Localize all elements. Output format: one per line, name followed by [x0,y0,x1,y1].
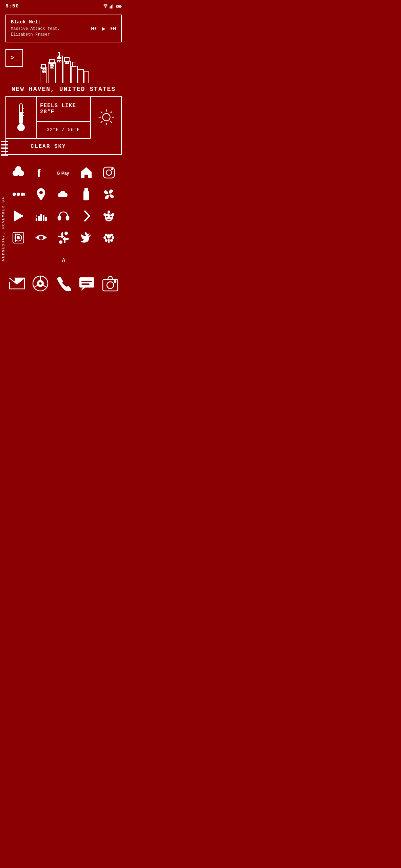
svg-rect-31 [60,61,61,62]
sun-icon-svg [97,108,116,126]
svg-rect-3 [112,4,113,8]
svg-marker-74 [83,211,90,221]
skip-back-button[interactable]: ⏮ [91,25,97,32]
app-lastpass[interactable] [9,187,28,202]
play-button[interactable]: ▶ [102,25,106,32]
wifi-icon [103,4,108,8]
dock-email[interactable] [8,275,26,292]
music-player: Black Melt Massive Attack feat.Elizabeth… [5,15,122,42]
app-gpay[interactable]: G Pay [54,165,73,180]
svg-line-49 [101,121,102,123]
svg-point-96 [103,236,106,239]
svg-rect-27 [53,67,54,68]
svg-point-52 [15,166,21,172]
music-controls[interactable]: ⏮ ▶ ⏭ [91,25,116,32]
svg-rect-36 [20,112,22,125]
svg-rect-66 [36,218,37,221]
app-overcast[interactable] [54,209,73,223]
svg-point-91 [59,240,62,244]
svg-rect-26 [50,67,52,68]
app-reddit[interactable] [99,209,118,223]
svg-rect-108 [79,277,94,288]
sidebar-dash-2 [1,144,8,145]
terminal-icon[interactable]: >_ [5,49,23,67]
app-deezer[interactable] [32,209,51,223]
skip-forward-button[interactable]: ⏭ [110,25,116,32]
status-time: 8:50 [5,3,19,9]
svg-rect-1 [110,6,111,8]
svg-line-47 [110,121,112,123]
app-row-1: f G Pay [3,165,124,180]
app-twitter[interactable] [77,230,96,245]
svg-point-59 [17,193,20,196]
terminal-symbol: >_ [11,55,18,61]
city-name: NEW HAVEN, UNITED STATES [5,86,122,93]
svg-point-76 [108,211,110,213]
svg-rect-61 [24,193,25,196]
svg-rect-21 [44,69,45,70]
svg-point-95 [110,234,113,236]
svg-rect-22 [42,72,43,73]
dock-camera[interactable] [101,275,119,292]
dock-chrome[interactable] [32,275,49,292]
dock-messages[interactable] [78,275,96,292]
svg-rect-73 [66,216,69,220]
svg-rect-23 [44,72,45,73]
app-playstore[interactable] [9,209,28,223]
svg-rect-87 [61,232,63,238]
app-plex[interactable] [77,209,96,223]
svg-marker-65 [14,211,24,221]
svg-text:G Pay: G Pay [57,171,70,176]
svg-point-114 [114,280,116,282]
svg-point-99 [110,239,113,242]
app-cloud[interactable] [54,187,73,202]
svg-marker-109 [81,288,85,291]
svg-rect-69 [43,215,44,221]
app-maps[interactable] [32,187,51,202]
svg-rect-72 [58,216,61,220]
svg-point-98 [105,239,108,242]
sidebar-dash-5 [1,154,8,156]
svg-rect-5 [121,6,121,7]
svg-point-58 [13,193,16,196]
sidebar-left [0,137,9,159]
app-wildflower[interactable] [99,230,118,245]
sidebar-dash-1 [1,141,8,142]
svg-marker-0 [104,6,107,8]
svg-point-56 [106,170,112,175]
signal-icon [110,4,114,8]
svg-point-86 [39,236,43,240]
svg-rect-16 [71,66,77,83]
drawer-handle[interactable]: ∧ [0,252,127,269]
app-delta[interactable] [9,165,28,180]
temp-range-cell: 32°F / 56°F [37,122,91,138]
app-row-3 [3,209,124,223]
app-row-2 [3,187,124,202]
svg-rect-88 [64,237,65,243]
svg-line-107 [42,285,46,287]
svg-rect-70 [45,217,47,221]
app-bottle[interactable] [77,187,96,202]
sidebar-dash-4 [1,151,8,152]
app-slack[interactable] [54,230,73,245]
app-home[interactable] [77,165,96,180]
dock-phone[interactable] [55,275,72,292]
app-facebook[interactable]: f [32,165,51,180]
app-instagram[interactable] [99,165,118,180]
svg-line-48 [110,112,112,113]
weather-widget: FEELS LIKE 28°F 32°F / 56°F CLEAR SKY [5,96,122,155]
app-mint[interactable] [32,230,51,245]
svg-text:f: f [37,166,41,180]
svg-rect-19 [84,71,88,83]
app-chrome-dev[interactable] [9,230,28,245]
svg-rect-68 [40,214,42,221]
svg-rect-20 [42,69,43,70]
svg-rect-100 [108,238,110,243]
svg-text:O: O [117,6,118,7]
app-pinwheel[interactable] [99,187,118,202]
svg-point-94 [105,234,108,236]
svg-rect-71 [36,215,37,217]
svg-point-60 [21,193,24,196]
status-icons: O [103,4,122,8]
chevron-up-icon: ∧ [61,256,65,264]
